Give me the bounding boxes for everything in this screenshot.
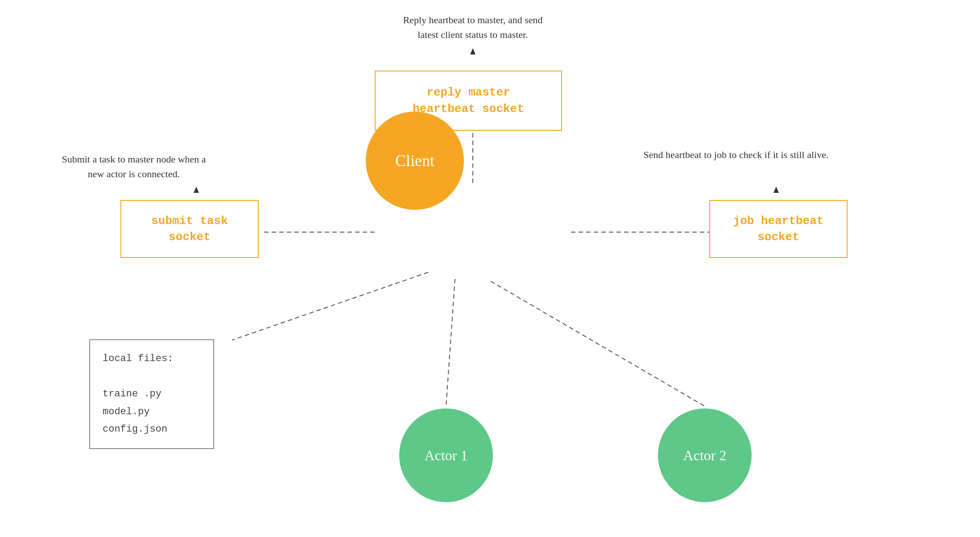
reply-master-socket-label: reply masterheartbeat socket bbox=[413, 84, 524, 117]
svg-marker-8 bbox=[773, 187, 779, 193]
actor1-label: Actor 1 bbox=[425, 447, 468, 464]
svg-line-3 bbox=[446, 279, 455, 406]
local-files-title: local files: bbox=[103, 353, 173, 364]
svg-marker-6 bbox=[470, 48, 476, 54]
actor1-circle: Actor 1 bbox=[399, 408, 493, 502]
svg-marker-7 bbox=[194, 187, 199, 193]
local-files-content: local files: traine .py model.py config.… bbox=[103, 350, 201, 438]
annotation-submit-task: Submit a task to master node when anew a… bbox=[45, 152, 223, 181]
svg-line-4 bbox=[491, 281, 705, 406]
svg-line-5 bbox=[232, 272, 428, 340]
client-circle: Client bbox=[366, 112, 464, 210]
actor2-label: Actor 2 bbox=[683, 447, 727, 464]
diagram-container: Reply heartbeat to master, and sendlates… bbox=[0, 0, 980, 537]
submit-task-socket-box: submit tasksocket bbox=[120, 200, 259, 258]
local-file-3: config.json bbox=[103, 424, 167, 435]
job-heartbeat-socket-box: job heartbeatsocket bbox=[709, 200, 848, 258]
local-files-box: local files: traine .py model.py config.… bbox=[89, 339, 214, 449]
job-heartbeat-socket-label: job heartbeatsocket bbox=[733, 213, 824, 246]
local-file-2: model.py bbox=[103, 406, 150, 417]
local-file-1: traine .py bbox=[103, 388, 161, 400]
submit-task-socket-label: submit tasksocket bbox=[151, 213, 228, 246]
annotation-reply-master: Reply heartbeat to master, and sendlates… bbox=[330, 12, 616, 42]
actor2-circle: Actor 2 bbox=[658, 408, 752, 502]
client-label: Client bbox=[395, 151, 434, 170]
annotation-job-heartbeat: Send heartbeat to job to check if it is … bbox=[602, 147, 870, 162]
